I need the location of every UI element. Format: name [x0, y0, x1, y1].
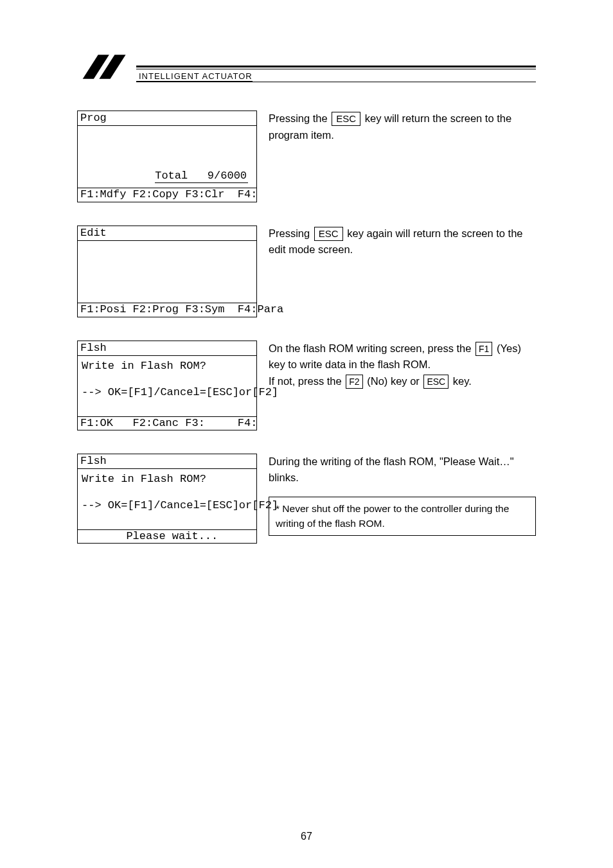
- esc-keycap: ESC: [332, 112, 360, 126]
- lcd-panel-flash-wait: Flsh Write in Flash ROM? --> OK=[F1]/Can…: [77, 454, 257, 544]
- desc-flash-confirm: On the flash ROM writing screen, press t…: [257, 341, 536, 390]
- desc-prog: Pressing the ESC key will return the scr…: [257, 111, 536, 143]
- esc-keycap: ESC: [423, 375, 449, 389]
- f1-keycap: F1: [475, 342, 492, 356]
- lcd-title: Flsh: [78, 454, 256, 469]
- lcd-title: Prog: [78, 111, 256, 126]
- brand-logo: [77, 51, 132, 82]
- lcd-panel-prog: Prog Total 9/6000 F1:Mdfy F2:Copy F3:Clr…: [77, 111, 257, 202]
- total-value: 9/6000: [208, 170, 247, 182]
- lcd-panel-flash-confirm: Flsh Write in Flash ROM? --> OK=[F1]/Can…: [77, 341, 257, 430]
- brand-label: INTELLIGENT ACTUATOR: [136, 71, 253, 82]
- lcd-fnbar: Please wait...: [78, 529, 256, 543]
- flash-line2: --> OK=[F1]/Cancel=[ESC]or[F2]: [82, 386, 253, 399]
- flash-line1: Write in Flash ROM?: [82, 360, 253, 373]
- warning-note: * Never shut off the power to the contro…: [269, 497, 536, 536]
- flash-line1: Write in Flash ROM?: [82, 473, 253, 486]
- lcd-fnbar: F1:Mdfy F2:Copy F3:Clr F4:: [78, 188, 256, 201]
- lcd-title: Edit: [78, 226, 256, 241]
- lcd-title: Flsh: [78, 341, 256, 356]
- lcd-panel-edit: Edit F1:Posi F2:Prog F3:Sym F4:Para: [77, 226, 257, 317]
- desc-flash-wait: During the writing of the flash ROM, "Pl…: [257, 454, 536, 536]
- flash-line2: --> OK=[F1]/Cancel=[ESC]or[F2]: [82, 499, 253, 512]
- total-label: Total: [155, 170, 188, 182]
- lcd-fnbar: F1:Posi F2:Prog F3:Sym F4:Para: [78, 303, 256, 316]
- header-rule: [136, 66, 536, 69]
- desc-edit: Pressing ESC key again will return the s…: [257, 226, 536, 258]
- f2-keycap: F2: [346, 375, 362, 389]
- brand-header: INTELLIGENT ACTUATOR: [77, 51, 536, 82]
- lcd-fnbar: F1:OK F2:Canc F3: F4:: [78, 416, 256, 430]
- esc-keycap: ESC: [314, 227, 343, 241]
- page-number: 67: [0, 831, 613, 842]
